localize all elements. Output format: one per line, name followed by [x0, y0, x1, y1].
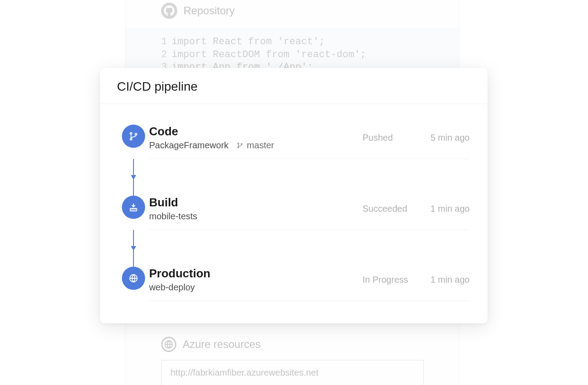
branch-indicator: master	[237, 140, 274, 151]
stage-title: Code	[149, 125, 363, 138]
stage-status: In Progress	[363, 275, 421, 285]
connector	[118, 159, 470, 196]
svg-point-3	[135, 133, 137, 135]
stage-title: Production	[149, 267, 363, 280]
stage-subtitle: mobile-tests	[149, 211, 197, 222]
github-icon	[161, 3, 177, 19]
stage-title: Build	[149, 196, 363, 209]
arrow-down-icon	[131, 246, 136, 251]
cicd-pipeline-card: CI/CD pipeline Code PackageFramework mas…	[100, 68, 488, 323]
card-title: CI/CD pipeline	[117, 80, 471, 94]
repository-header: Repository	[125, 0, 459, 28]
svg-point-5	[238, 147, 239, 148]
arrow-down-icon	[131, 175, 136, 180]
svg-point-1	[130, 133, 132, 134]
svg-point-4	[238, 143, 239, 144]
build-icon	[122, 196, 145, 219]
stage-status: Pushed	[363, 133, 421, 143]
card-header: CI/CD pipeline	[100, 68, 488, 104]
branch-icon	[237, 142, 243, 149]
deployment-url: http://fabrkiamfiber.azurewebsites.net	[171, 368, 318, 377]
deployment-url-box: http://fabrkiamfiber.azurewebsites.net	[161, 360, 424, 385]
stage-subtitle: PackageFramework	[149, 140, 229, 151]
pipeline-stage-build[interactable]: Build mobile-tests Succeeded 1 min ago	[118, 196, 470, 230]
stage-time: 1 min ago	[421, 204, 470, 214]
pipeline-stage-production[interactable]: Production web-deploy In Progress 1 min …	[118, 267, 470, 301]
svg-point-6	[241, 143, 242, 145]
globe-icon	[161, 337, 176, 352]
azure-resources-label: Azure resources	[183, 338, 261, 351]
stage-subtitle: web-deploy	[149, 282, 195, 293]
pipeline-stage-code[interactable]: Code PackageFramework master Pushed 5 mi…	[118, 125, 470, 159]
git-branch-icon	[122, 125, 145, 148]
repository-label: Repository	[183, 4, 235, 17]
stage-status: Succeeded	[363, 204, 421, 214]
branch-name: master	[247, 140, 274, 151]
svg-point-2	[130, 138, 132, 140]
stage-time: 1 min ago	[421, 275, 470, 285]
card-body: Code PackageFramework master Pushed 5 mi…	[100, 104, 488, 323]
globe-icon	[122, 267, 145, 290]
azure-resources-header: Azure resources	[125, 323, 459, 360]
stage-time: 5 min ago	[421, 133, 470, 143]
connector	[118, 230, 470, 267]
